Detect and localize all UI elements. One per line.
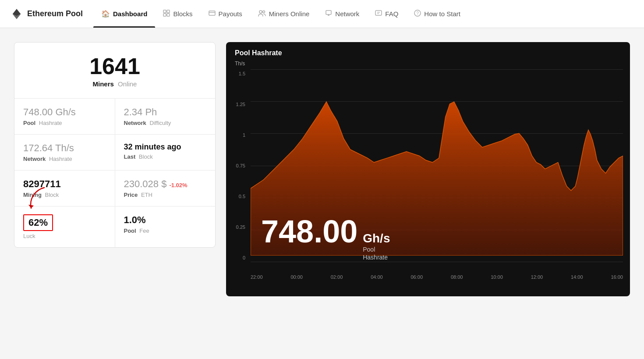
x-label-10: 10:00 — [491, 274, 503, 280]
svg-rect-6 — [209, 11, 215, 15]
faq-icon — [375, 10, 382, 18]
pool-fee-label: Pool Fee — [124, 227, 207, 234]
chart-title: Pool Hashrate — [226, 42, 630, 60]
ethereum-icon — [11, 8, 23, 20]
network-hashrate-value: 172.64 Th/s — [23, 142, 106, 154]
chart-panel: Pool Hashrate Th/s 0 0.25 0.5 0.75 1 1.2… — [226, 42, 630, 296]
svg-rect-13 — [375, 11, 382, 15]
x-label-22: 22:00 — [251, 274, 263, 280]
stats-panel: 1641 Miners Online 748.00 Gh/s Pool Hash… — [14, 42, 216, 248]
network-hashrate-cell: 172.64 Th/s Network Hashrate — [14, 135, 115, 170]
brand-title: Ethereum Pool — [27, 9, 83, 18]
network-icon — [325, 10, 332, 18]
svg-rect-2 — [163, 10, 166, 13]
miners-online-section: 1641 Miners Online — [14, 43, 215, 99]
svg-point-8 — [259, 11, 262, 13]
pool-hashrate-value: 748.00 Gh/s — [23, 107, 106, 118]
y-label-1: 1 — [229, 132, 245, 138]
hashrate-big-value: 748.00 — [261, 216, 357, 247]
nav-item-dashboard[interactable]: 🏠 Dashboard — [93, 0, 155, 28]
price-label: Price ETH — [124, 192, 207, 198]
network-hashrate-lastblock-row: 172.64 Th/s Network Hashrate 32 minutes … — [14, 135, 215, 171]
brand[interactable]: Ethereum Pool — [11, 8, 83, 20]
svg-rect-4 — [163, 14, 166, 16]
x-label-08: 08:00 — [451, 274, 463, 280]
nav-item-miners[interactable]: Miners Online — [250, 0, 318, 28]
x-label-04: 04:00 — [371, 274, 383, 280]
nav-item-payouts[interactable]: Payouts — [201, 0, 250, 28]
home-icon: 🏠 — [101, 10, 110, 18]
y-label-025: 0.25 — [229, 224, 245, 230]
hashrate-sub-label: PoolHashrate — [363, 245, 390, 261]
x-label-02: 02:00 — [331, 274, 343, 280]
main-content: 1641 Miners Online 748.00 Gh/s Pool Hash… — [0, 28, 644, 310]
svg-rect-10 — [326, 11, 331, 14]
nav-item-how-to-start[interactable]: ? How to Start — [406, 0, 468, 28]
pool-fee-value: 1.0% — [124, 214, 207, 226]
luck-value-box: 62% — [23, 214, 53, 231]
pool-hashrate-label: Pool Hashrate — [23, 120, 106, 126]
miners-icon — [258, 10, 266, 18]
pool-hashrate-cell: 748.00 Gh/s Pool Hashrate — [14, 99, 115, 134]
x-label-06: 06:00 — [411, 274, 423, 280]
hashrate-overlay: 748.00 Gh/s PoolHashrate — [261, 216, 390, 261]
x-label-12: 12:00 — [531, 274, 543, 280]
navbar: Ethereum Pool 🏠 Dashboard Blocks — [0, 0, 644, 28]
grid-line-0 — [251, 262, 623, 262]
payouts-icon — [209, 10, 216, 18]
network-difficulty-value: 2.34 Ph — [124, 107, 207, 118]
pool-fee-cell: 1.0% Pool Fee — [115, 206, 216, 247]
svg-point-9 — [262, 11, 265, 13]
luck-fee-row: 62% Luck 1.0% Pool Fee — [14, 206, 215, 247]
y-label-125: 1.25 — [229, 102, 245, 107]
network-difficulty-label: Network Difficulty — [124, 120, 207, 126]
miners-online-count: 1641 — [23, 55, 206, 78]
blocks-icon — [163, 10, 170, 18]
luck-label: Luck — [23, 233, 106, 239]
hashrate-difficulty-row: 748.00 Gh/s Pool Hashrate 2.34 Ph Networ… — [14, 99, 215, 135]
y-label-05: 0.5 — [229, 194, 245, 199]
svg-rect-3 — [167, 10, 170, 13]
nav-items: 🏠 Dashboard Blocks Payouts — [93, 0, 468, 28]
nav-item-faq[interactable]: FAQ — [367, 0, 406, 28]
last-block-cell: 32 minutes ago Last Block — [115, 135, 216, 170]
nav-item-network[interactable]: Network — [317, 0, 367, 28]
chart-unit: Th/s — [226, 60, 630, 69]
last-block-label: Last Block — [124, 153, 207, 160]
network-hashrate-label: Network Hashrate — [23, 156, 106, 162]
svg-rect-5 — [167, 14, 170, 16]
y-label-15: 1.5 — [229, 71, 245, 76]
last-block-value: 32 minutes ago — [124, 142, 207, 152]
y-label-075: 0.75 — [229, 163, 245, 168]
price-value: 230.028 $ — [124, 178, 167, 190]
x-label-14: 14:00 — [571, 274, 583, 280]
price-cell: 230.028 $ -1.02% Price ETH — [115, 171, 216, 206]
nav-item-blocks[interactable]: Blocks — [155, 0, 200, 28]
network-difficulty-cell: 2.34 Ph Network Difficulty — [115, 99, 216, 134]
luck-cell: 62% Luck — [14, 206, 115, 247]
x-axis-labels: 22:00 00:00 02:00 04:00 06:00 08:00 10:0… — [251, 272, 623, 280]
x-label-00: 00:00 — [290, 274, 303, 280]
question-icon: ? — [414, 10, 421, 18]
y-label-0: 0 — [229, 255, 245, 260]
hashrate-unit: Gh/s PoolHashrate — [363, 231, 390, 261]
miners-online-label: Miners Online — [23, 80, 206, 88]
y-axis-labels: 0 0.25 0.5 0.75 1 1.25 1.5 — [226, 69, 248, 262]
x-label-16: 16:00 — [611, 274, 623, 280]
price-change-badge: -1.02% — [169, 182, 187, 188]
svg-text:?: ? — [417, 11, 419, 16]
